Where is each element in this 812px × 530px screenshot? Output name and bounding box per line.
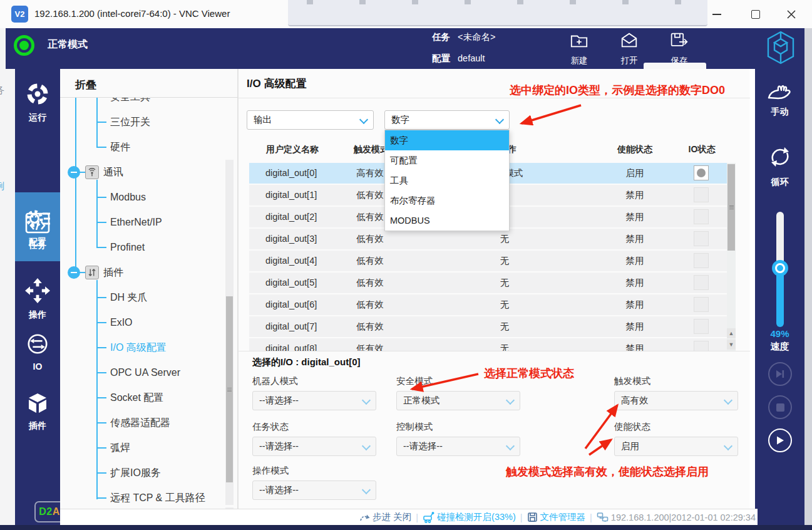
enable-state: 禁用: [591, 316, 679, 337]
action: 无: [456, 251, 553, 271]
task-icon: [24, 212, 51, 236]
tree-item[interactable]: Socket 配置: [96, 392, 163, 404]
stop-button[interactable]: [768, 395, 792, 419]
step-status[interactable]: 步进 关闭: [359, 511, 411, 523]
scrollbar-thumb[interactable]: [727, 164, 735, 251]
io-name: digital_out[6]: [265, 294, 317, 315]
save-button[interactable]: 保存: [660, 31, 699, 66]
tree-item[interactable]: I/O 高级配置: [96, 341, 167, 354]
task-state-select[interactable]: --请选择--: [252, 437, 376, 456]
io-advanced-config-panel: I/O 高级配置 输出 数字 用户定义名称 触发模式 操作 使能状态 IO状态 …: [238, 69, 749, 509]
control-mode-select[interactable]: --请选择--: [396, 437, 520, 456]
scroll-down-icon[interactable]: ▼: [727, 340, 736, 350]
play-button[interactable]: [768, 429, 792, 452]
tree-item[interactable]: EtherNet/IP: [96, 216, 162, 229]
table-row[interactable]: digital_out[8]低有效无禁用: [249, 338, 727, 351]
collision-detect-status[interactable]: 碰撞检测开启(33%): [423, 511, 516, 523]
page-title: I/O 高级配置: [247, 76, 306, 91]
task-state-label: 任务状态: [252, 421, 289, 433]
tree-item[interactable]: 硬件: [96, 141, 130, 153]
tree-item[interactable]: 通讯: [68, 165, 123, 179]
io-direction-select[interactable]: 输出: [247, 110, 374, 130]
tree-item[interactable]: 安全工具: [96, 98, 150, 103]
mode-status-icon: [14, 35, 34, 56]
minimize-button[interactable]: [707, 5, 726, 24]
network-icon: [597, 512, 609, 522]
tree-item[interactable]: 插件: [68, 266, 123, 279]
tree-scrollbar[interactable]: [225, 160, 234, 505]
nav-item-operate[interactable]: 操作: [15, 278, 60, 321]
tree-item[interactable]: OPC UA Server: [96, 366, 180, 379]
tree-item[interactable]: 弧焊: [96, 442, 130, 454]
trigger-mode: 低有效: [329, 316, 411, 337]
robot-mode-select[interactable]: --请选择--: [252, 391, 376, 410]
vnc-logo-icon: V2: [11, 6, 28, 23]
table-row[interactable]: digital_out[6]低有效无禁用: [249, 294, 727, 315]
io-state-indicator: [694, 297, 709, 312]
mode-label: 正常模式: [48, 38, 88, 51]
chevron-down-icon: [724, 396, 732, 405]
control-mode-label: 控制模式: [396, 421, 433, 433]
nav-item-task[interactable]: 任务: [15, 212, 60, 251]
table-row[interactable]: digital_out[3]低有效无禁用: [249, 229, 727, 249]
window-title: 192.168.1.200 (intel-corei7-64:0) - VNC …: [34, 8, 230, 19]
updown-icon: [85, 266, 99, 279]
trigger-mode-select[interactable]: 高有效: [614, 391, 738, 410]
trigger-mode: 低有效: [329, 229, 411, 249]
action: 无: [456, 273, 553, 293]
vnc-toolbar-strip[interactable]: [288, 0, 707, 26]
tree-item[interactable]: 远程 TCP & 工具路径: [96, 492, 205, 504]
dropdown-option[interactable]: 工具: [385, 170, 509, 190]
tree-item[interactable]: ExIO: [96, 316, 133, 329]
open-button[interactable]: 打开: [610, 31, 649, 66]
enable-state-select[interactable]: 启用: [614, 437, 738, 456]
io-type-dropdown-list: 数字可配置工具布尔寄存器MODBUS: [384, 130, 510, 231]
close-button[interactable]: [782, 5, 801, 24]
tree-item[interactable]: Modbus: [96, 191, 146, 204]
tree-item[interactable]: DH 夹爪: [96, 291, 148, 304]
chevron-down-icon: [359, 115, 368, 124]
dropdown-option[interactable]: 可配置: [385, 150, 509, 170]
io-type-select[interactable]: 数字: [384, 110, 510, 130]
collapse-minus-icon[interactable]: [68, 266, 80, 279]
collapse-minus-icon[interactable]: [68, 166, 80, 179]
enable-state: 启用: [591, 163, 679, 184]
tree-item[interactable]: 扩展IO服务: [96, 467, 161, 479]
col-header-enable: 使能状态: [591, 144, 679, 155]
tree-item[interactable]: 传感器适配器: [96, 417, 170, 429]
maximize-button[interactable]: [746, 5, 765, 24]
nav-item-run[interactable]: 运行: [15, 81, 60, 123]
scrollbar-thumb[interactable]: [226, 296, 233, 482]
tree-item[interactable]: 三位开关: [96, 116, 150, 128]
nav-item-io[interactable]: IO: [15, 332, 60, 372]
file-manager-button[interactable]: 文件管理器: [527, 511, 586, 523]
table-row[interactable]: digital_out[5]低有效无禁用: [249, 273, 727, 293]
table-row[interactable]: digital_out[7]低有效无禁用: [249, 316, 727, 337]
operate-mode-select[interactable]: --请选择--: [252, 481, 376, 500]
dropdown-option[interactable]: MODBUS: [385, 210, 509, 231]
chevron-down-icon: [724, 442, 732, 450]
annotation-io-type: 选中绑定的IO类型，示例是选择的数字DO0: [510, 83, 725, 98]
nav-item-plugin[interactable]: 插件: [15, 392, 60, 432]
table-row[interactable]: digital_out[4]低有效无禁用: [249, 251, 727, 271]
scroll-up-icon[interactable]: ▲: [727, 328, 736, 338]
tree-collapse-header[interactable]: 折叠: [75, 78, 96, 92]
cycle-icon[interactable]: [766, 143, 794, 173]
io-icon: [26, 332, 49, 358]
safety-mode-label: 安全模式: [396, 375, 433, 387]
io-name: digital_out[7]: [265, 316, 317, 337]
enable-state: 禁用: [591, 338, 679, 351]
divider: |: [416, 512, 418, 522]
dropdown-option[interactable]: 数字: [385, 130, 509, 150]
dropdown-option[interactable]: 布尔寄存器: [385, 190, 509, 210]
new-button[interactable]: 新建: [560, 31, 599, 66]
tree-item[interactable]: Profinet: [96, 241, 145, 254]
manual-mode-icon[interactable]: [766, 79, 794, 105]
desktop-edge: [0, 525, 812, 530]
step-forward-button[interactable]: [768, 362, 792, 386]
table-scrollbar[interactable]: ▲ ▼: [727, 163, 736, 351]
speed-slider-thumb[interactable]: [772, 260, 788, 276]
io-state-indicator: [694, 253, 709, 268]
safety-mode-select[interactable]: 正常模式: [396, 391, 520, 410]
io-state-indicator: [694, 275, 709, 290]
